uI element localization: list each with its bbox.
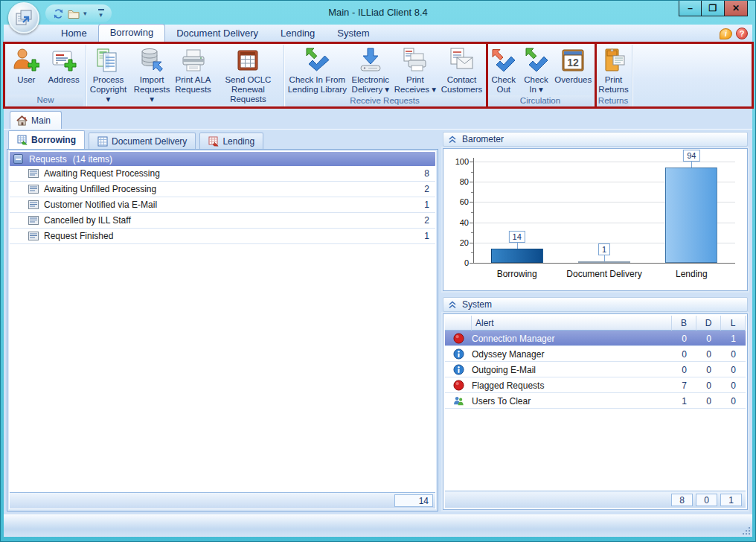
queue-count: 8 [424, 168, 429, 179]
ribbon-group-caption: New [7, 95, 83, 106]
alert-count-b: 7 [672, 377, 696, 393]
collapse-chevrons-icon [448, 135, 457, 144]
alert-count-d: 0 [696, 377, 721, 393]
system-panel-header[interactable]: System [443, 297, 748, 312]
queue-label: Cancelled by ILL Staff [44, 215, 131, 226]
send-oclc-icon [234, 46, 262, 74]
column-b[interactable]: B [672, 316, 696, 331]
check-out-button[interactable]: CheckOut [488, 45, 519, 95]
user-button[interactable]: User [10, 45, 42, 86]
contact-customers-button[interactable]: ContactCustomers [440, 45, 484, 95]
requests-group-header[interactable]: Requests (14 items) [10, 152, 435, 166]
new-folder-icon[interactable] [68, 9, 80, 19]
electronic-delivery-button[interactable]: ElectronicDelivery ▾ [350, 45, 391, 95]
users-icon [453, 395, 464, 406]
document-tab-main[interactable]: Main [10, 111, 62, 129]
alert-label: Outgoing E-Mail [472, 362, 672, 377]
overdues-button[interactable]: 12Overdues [553, 45, 593, 86]
request-grid-icon [28, 216, 39, 225]
print-ala-requests-button[interactable]: Print ALARequests [173, 45, 213, 95]
ribbon-tab-home[interactable]: Home [50, 25, 98, 42]
electronic-delivery-icon [356, 46, 385, 74]
barometer-chart: 02040608010014Borrowing1Document Deliver… [443, 148, 748, 291]
queue-label: Customer Notified via E-Mail [44, 200, 157, 210]
request-queue-row[interactable]: Awaiting Request Processing8 [10, 166, 435, 182]
close-button[interactable]: ✕ [725, 1, 748, 16]
process-copyright-button[interactable]: ProcessCopyright ▾ [86, 45, 130, 105]
ribbon-tab-strip: Home Borrowing Document Delivery Lending… [4, 25, 752, 42]
collapse-icon[interactable] [13, 154, 23, 164]
column-l[interactable]: L [721, 316, 746, 331]
alert-label: Odyssey Manager [472, 346, 672, 362]
new-folder-caret-icon[interactable]: ▾ [83, 10, 87, 17]
document-tab-label: Main [31, 115, 51, 126]
check-in-button[interactable]: CheckIn ▾ [521, 45, 552, 95]
request-queue-row[interactable]: Cancelled by ILL Staff2 [10, 213, 435, 229]
resize-grip[interactable] [741, 526, 750, 535]
value-label: 94 [683, 150, 699, 162]
request-queue-row[interactable]: Request Finished1 [10, 229, 435, 244]
ribbon-group-caption: Receive Requests [286, 95, 484, 106]
button-label: User [17, 75, 35, 85]
ribbon-tab-borrowing[interactable]: Borrowing [98, 24, 166, 42]
barometer-panel-header[interactable]: Barometer [443, 132, 748, 147]
button-label: Check [491, 75, 516, 85]
check-in-from-lending-library-button[interactable]: Check In FromLending Library [286, 45, 348, 95]
alert-count-d: 0 [696, 362, 721, 377]
refresh-icon[interactable] [53, 8, 64, 19]
import-requests-button[interactable]: ImportRequests ▾ [130, 45, 173, 105]
y-axis-tick-label: 60 [446, 197, 469, 206]
tip-icon[interactable]: i [720, 28, 732, 39]
ribbon-tab-lending[interactable]: Lending [269, 25, 326, 42]
send-oclc-renewal-requests-button[interactable]: Send OCLCRenewal Requests [213, 45, 284, 105]
y-axis-tick-label: 100 [446, 157, 469, 166]
print-returns-button[interactable]: PrintReturns [597, 45, 630, 95]
chart-bar-document-delivery [578, 261, 630, 263]
quick-access-toolbar: ▾ ▾ [45, 4, 112, 22]
queue-count: 2 [424, 184, 429, 194]
y-axis-tick-label: 40 [446, 218, 469, 227]
queue-label: Awaiting Request Processing [44, 168, 160, 179]
system-alert-row[interactable]: Outgoing E-Mail000 [445, 362, 746, 377]
ribbon-group-caption: Returns [597, 95, 630, 106]
ribbon-group-circulation: CheckOutCheckIn ▾12OverduesCirculation [487, 45, 595, 107]
maximize-button[interactable]: ❐ [702, 1, 725, 16]
button-label: In ▾ [529, 85, 543, 95]
address-button[interactable]: Address [47, 45, 81, 86]
print-receives-button[interactable]: PrintReceives ▾ [393, 45, 438, 95]
button-label: Print [605, 75, 623, 85]
system-alert-row[interactable]: Connection Manager001 [445, 331, 746, 346]
print-returns-icon [600, 46, 628, 74]
system-alert-row[interactable]: Users To Clear100 [445, 393, 746, 409]
system-alerts-table: Alert B D L Connection Manager001Odyssey… [443, 313, 748, 510]
ribbon-tab-document-delivery[interactable]: Document Delivery [165, 25, 269, 42]
alert-count-b: 0 [672, 346, 696, 362]
request-queue-row[interactable]: Customer Notified via E-Mail1 [10, 197, 435, 213]
column-alert[interactable]: Alert [472, 316, 672, 331]
ribbon-group-caption: Circulation [488, 95, 592, 106]
customize-quick-access-icon[interactable]: ▾ [98, 9, 104, 19]
button-label: Print ALA [176, 75, 211, 85]
chart-bar-lending [665, 168, 717, 263]
request-queue-row[interactable]: Awaiting Unfilled Processing2 [10, 182, 435, 197]
button-label: Lending Library [288, 85, 347, 95]
button-label: Requests [175, 85, 211, 95]
column-d[interactable]: D [696, 316, 721, 331]
ribbon-tab-system[interactable]: System [326, 25, 380, 42]
minimize-button[interactable]: – [679, 1, 702, 16]
print-ala-requests-icon [179, 46, 208, 74]
alert-count-l: 0 [721, 377, 746, 393]
application-menu-button[interactable] [8, 2, 39, 34]
tab-borrowing[interactable]: Borrowing [8, 130, 85, 149]
tab-document-delivery[interactable]: Document Delivery [89, 133, 196, 149]
help-icon[interactable]: ? [736, 28, 748, 39]
requests-total: 14 [394, 494, 433, 507]
button-label: Print [406, 75, 424, 85]
system-totals-footer: 8 0 1 [445, 491, 746, 508]
dashboard-column: Barometer 02040608010014Borrowing1Docume… [443, 109, 749, 514]
tab-lending[interactable]: Lending [199, 133, 263, 149]
value-label: 14 [509, 231, 525, 243]
system-alert-row[interactable]: Odyssey Manager000 [445, 346, 746, 362]
system-alert-row[interactable]: Flagged Requests700 [445, 377, 746, 393]
title-bar[interactable]: ▾ ▾ Main - ILLiad Client 8.4 – ❐ ✕ [1, 1, 755, 25]
